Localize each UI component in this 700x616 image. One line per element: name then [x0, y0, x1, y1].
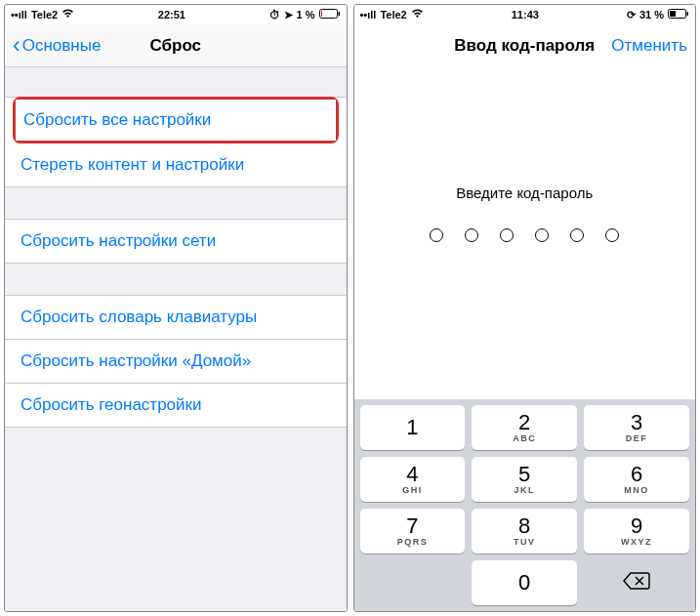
row-erase-content[interactable]: Стереть контент и настройки: [5, 144, 347, 186]
nav-bar: ‹ Основные Сброс: [5, 24, 347, 67]
passcode-dot: [535, 228, 549, 242]
signal-icon: ••ıll: [360, 9, 377, 21]
carrier-label: Tele2: [31, 9, 58, 21]
back-label: Основные: [22, 36, 102, 56]
key-letters: WXYZ: [621, 537, 652, 547]
status-bar: ••ıll Tele2 11:43 ⟳ 31 %: [354, 5, 696, 24]
passcode-dots: [354, 228, 696, 242]
key-digit: 2: [518, 412, 530, 433]
key-1[interactable]: 1: [360, 405, 466, 450]
back-button[interactable]: ‹ Основные: [13, 34, 101, 57]
row-reset-keyboard[interactable]: Сбросить словарь клавиатуры: [5, 296, 347, 340]
passcode-dot: [465, 228, 478, 242]
battery-percent: 31 %: [639, 9, 664, 21]
highlight-annotation: Сбросить все настройки: [13, 97, 339, 144]
key-6[interactable]: 6 MNO: [584, 457, 689, 502]
passcode-dot: [605, 228, 619, 242]
svg-rect-4: [687, 12, 689, 16]
battery-icon: [668, 9, 689, 21]
battery-icon: [319, 9, 341, 21]
row-reset-network[interactable]: Сбросить настройки сети: [5, 220, 347, 263]
phone-settings-reset: ••ıll Tele2 22:51 ⏱ ➤ 1 % ‹ Основные Сбр…: [4, 4, 348, 612]
wifi-icon: [411, 9, 424, 21]
battery-percent: 1 %: [297, 9, 315, 21]
sync-icon: ⟳: [627, 9, 636, 21]
key-letters: DEF: [626, 433, 648, 443]
passcode-dot: [430, 228, 443, 242]
row-reset-home[interactable]: Сбросить настройки «Домой»: [5, 340, 347, 384]
phone-passcode-entry: ••ıll Tele2 11:43 ⟳ 31 % Ввод код-пароля…: [353, 4, 697, 612]
key-digit: 7: [406, 515, 418, 537]
svg-rect-0: [319, 10, 337, 19]
key-4[interactable]: 4 GHI: [360, 457, 466, 502]
key-letters: JKL: [514, 485, 535, 495]
svg-rect-2: [321, 11, 322, 17]
key-digit: 9: [631, 515, 642, 537]
alarm-icon: ⏱: [269, 9, 280, 21]
key-5[interactable]: 5 JKL: [472, 457, 577, 502]
carrier-label: Tele2: [380, 9, 406, 21]
nav-bar: Ввод код-пароля Отменить: [354, 24, 696, 67]
status-time: 22:51: [74, 9, 268, 21]
wifi-icon: [62, 9, 74, 21]
key-3[interactable]: 3 DEF: [584, 405, 689, 450]
key-digit: 1: [406, 417, 418, 438]
key-7[interactable]: 7 PQRS: [360, 509, 466, 554]
key-digit: 0: [518, 572, 530, 594]
svg-rect-5: [670, 11, 676, 17]
key-delete[interactable]: [584, 560, 689, 605]
row-reset-location[interactable]: Сбросить геонастройки: [5, 384, 347, 427]
reset-group-2: Сбросить настройки сети: [5, 219, 347, 264]
passcode-dot: [500, 228, 514, 242]
key-letters: GHI: [402, 485, 423, 495]
reset-group-3: Сбросить словарь клавиатуры Сбросить нас…: [5, 295, 347, 428]
key-8[interactable]: 8 TUV: [472, 509, 577, 554]
svg-rect-1: [338, 12, 340, 16]
key-9[interactable]: 9 WXYZ: [584, 509, 689, 554]
backspace-icon: [623, 571, 650, 595]
passcode-dot: [570, 228, 584, 242]
key-digit: 3: [631, 412, 642, 433]
status-bar: ••ıll Tele2 22:51 ⏱ ➤ 1 %: [5, 5, 347, 24]
key-digit: 6: [631, 464, 642, 485]
chevron-left-icon: ‹: [13, 34, 21, 57]
reset-group-1: Сбросить все настройки Стереть контент и…: [5, 97, 347, 187]
key-digit: 4: [406, 464, 418, 485]
key-letters: TUV: [514, 537, 536, 547]
key-digit: 8: [518, 515, 530, 537]
numeric-keypad: 1 2 ABC 3 DEF 4 GHI 5 JKL 6 MNO: [354, 399, 696, 611]
row-reset-all-settings[interactable]: Сбросить все настройки: [16, 100, 336, 141]
passcode-prompt: Введите код-пароль: [354, 185, 696, 201]
key-digit: 5: [518, 464, 530, 485]
key-letters: PQRS: [397, 537, 429, 547]
status-time: 11:43: [424, 9, 627, 21]
key-letters: ABC: [513, 433, 536, 443]
signal-icon: ••ıll: [11, 9, 27, 21]
passcode-area: Введите код-пароль 1 2 ABC 3 DEF: [354, 67, 696, 611]
key-blank: [360, 560, 466, 605]
key-2[interactable]: 2 ABC: [472, 405, 577, 450]
reset-options: Сбросить все настройки Стереть контент и…: [5, 67, 347, 611]
cancel-button[interactable]: Отменить: [611, 36, 687, 56]
key-0[interactable]: 0: [472, 560, 577, 605]
key-letters: MNO: [624, 485, 649, 495]
location-icon: ➤: [284, 9, 293, 21]
